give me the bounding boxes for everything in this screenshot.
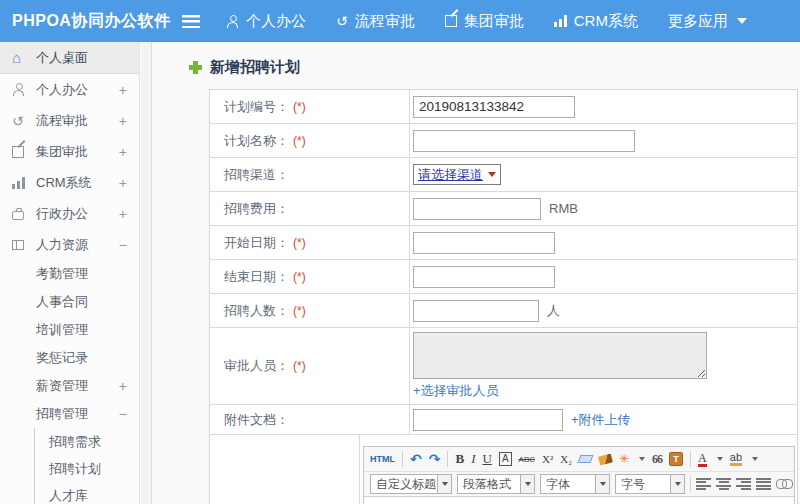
- sidebar-item-admin-office[interactable]: 行政办公 +: [0, 198, 139, 229]
- caret-down-icon[interactable]: [639, 457, 645, 461]
- label-text: 审批人员：: [224, 357, 289, 375]
- top-nav: 个人办公 流程审批 集团审批 CRM系统 更多应用: [226, 12, 747, 31]
- font-family-dropdown[interactable]: 字体: [540, 474, 610, 494]
- align-left-icon[interactable]: [696, 478, 711, 490]
- nav-workflow-approval[interactable]: 流程审批: [336, 12, 415, 31]
- plan-name-input[interactable]: [413, 130, 635, 152]
- sidebar-item-desktop[interactable]: 个人桌面: [0, 42, 139, 74]
- subitem-label: 招聘管理: [36, 405, 119, 423]
- headcount-unit: 人: [547, 302, 560, 320]
- blockquote-icon[interactable]: 66: [652, 452, 662, 467]
- select-approver-link[interactable]: +选择审批人员: [413, 382, 499, 400]
- start-date-input[interactable]: [413, 232, 555, 254]
- expand-toggle[interactable]: +: [119, 206, 127, 222]
- caret-down-icon[interactable]: [717, 457, 723, 461]
- underline-button[interactable]: U: [482, 451, 491, 467]
- sidebar-scrollbar[interactable]: [141, 42, 152, 504]
- sidebar-subitem-rewards[interactable]: 奖惩记录: [0, 344, 139, 372]
- dropdown-value: 段落格式: [458, 475, 520, 493]
- page-title-text: 新增招聘计划: [210, 58, 300, 77]
- field-label: 附件文档：: [210, 405, 410, 434]
- sidebar-subitem-attendance[interactable]: 考勤管理: [0, 260, 139, 288]
- toolbar-separator: [402, 451, 403, 467]
- subitem-label: 培训管理: [36, 321, 127, 339]
- align-right-icon[interactable]: [736, 478, 751, 490]
- expand-toggle[interactable]: +: [119, 144, 127, 160]
- sidebar-subsubitem-talent-pool[interactable]: 人才库: [35, 482, 139, 504]
- required-marker: (*): [293, 270, 306, 284]
- sidebar-item-crm[interactable]: CRM系统 +: [0, 167, 139, 198]
- italic-button[interactable]: I: [471, 451, 475, 467]
- bold-button[interactable]: B: [455, 451, 464, 467]
- expand-toggle[interactable]: +: [119, 378, 127, 394]
- subitem-label: 招聘需求: [49, 433, 101, 451]
- label-text: 招聘渠道：: [224, 166, 289, 184]
- sidebar-item-hr[interactable]: 人力资源 −: [0, 229, 139, 260]
- nav-crm-system[interactable]: CRM系统: [554, 12, 638, 31]
- sidebar-subsubitem-recruit-plan[interactable]: 招聘计划: [35, 455, 139, 482]
- label-text: 招聘费用：: [224, 200, 289, 218]
- headcount-input[interactable]: [413, 300, 539, 322]
- nav-label: CRM系统: [574, 12, 638, 31]
- sidebar-subitem-salary[interactable]: 薪资管理 +: [0, 372, 139, 400]
- nav-more-apps[interactable]: 更多应用: [668, 12, 747, 31]
- field-label: 招聘人数： (*): [210, 294, 410, 327]
- sidebar-subitem-contracts[interactable]: 人事合同: [0, 288, 139, 316]
- toolbar-separator: [447, 451, 448, 467]
- briefcase-icon: [12, 211, 24, 220]
- format-magic-icon[interactable]: ✳: [619, 452, 629, 466]
- fee-input[interactable]: [413, 198, 541, 220]
- expand-toggle[interactable]: +: [119, 175, 127, 191]
- sidebar-item-group-approval[interactable]: 集团审批 +: [0, 136, 139, 167]
- undo-icon[interactable]: ↶: [410, 451, 422, 467]
- paragraph-format-dropdown[interactable]: 段落格式: [457, 474, 535, 494]
- html-source-button[interactable]: HTML: [370, 454, 395, 464]
- strikethrough-button[interactable]: ABC: [519, 455, 535, 464]
- sidebar-item-workflow-approval[interactable]: 流程审批 +: [0, 105, 139, 136]
- collapse-toggle[interactable]: −: [119, 406, 127, 422]
- required-marker: (*): [293, 304, 306, 318]
- field-label: 计划名称： (*): [210, 124, 410, 157]
- highlight-color-button[interactable]: ab: [730, 452, 742, 466]
- link-icon[interactable]: [776, 479, 792, 489]
- approver-textarea[interactable]: [413, 332, 707, 379]
- font-size-dropdown[interactable]: 字号: [615, 474, 685, 494]
- hamburger-menu-icon[interactable]: [182, 15, 200, 28]
- sidebar-subitem-training[interactable]: 培训管理: [0, 316, 139, 344]
- format-brush-icon[interactable]: [598, 453, 613, 465]
- edit-icon: [445, 15, 457, 27]
- autotypeset-button[interactable]: A: [499, 452, 512, 466]
- subitem-label: 考勤管理: [36, 265, 127, 283]
- paste-text-icon[interactable]: T: [669, 452, 683, 466]
- sidebar-item-label: 流程审批: [36, 112, 119, 130]
- caret-down-icon: [520, 475, 534, 493]
- end-date-input[interactable]: [413, 266, 555, 288]
- nav-personal-office[interactable]: 个人办公: [226, 12, 306, 31]
- plan-no-input[interactable]: [413, 96, 575, 118]
- attachment-input[interactable]: [413, 409, 563, 431]
- label-text: 计划名称：: [224, 132, 289, 150]
- caret-down-icon[interactable]: [752, 457, 758, 461]
- redo-icon[interactable]: ↷: [429, 451, 441, 467]
- superscript-button[interactable]: X²: [542, 453, 553, 465]
- align-center-icon[interactable]: [716, 478, 731, 490]
- expand-toggle[interactable]: +: [119, 82, 127, 98]
- expand-toggle[interactable]: +: [119, 113, 127, 129]
- heading-style-dropdown[interactable]: 自定义标题: [370, 474, 452, 494]
- nav-group-approval[interactable]: 集团审批: [445, 12, 524, 31]
- subscript-button[interactable]: X₂: [560, 453, 572, 465]
- sidebar-subitem-recruitment[interactable]: 招聘管理 −: [0, 400, 139, 428]
- channel-select[interactable]: 请选择渠道: [413, 164, 501, 185]
- eraser-icon[interactable]: [578, 455, 594, 463]
- editor-content-area[interactable]: [364, 497, 794, 504]
- attachment-upload-link[interactable]: +附件上传: [571, 411, 631, 429]
- sidebar-subsubitem-recruit-demand[interactable]: 招聘需求: [35, 428, 139, 455]
- nav-label: 更多应用: [668, 12, 728, 31]
- collapse-toggle[interactable]: −: [119, 237, 127, 253]
- align-justify-icon[interactable]: [756, 478, 771, 490]
- required-marker: (*): [293, 100, 306, 114]
- font-color-button[interactable]: A: [698, 452, 707, 467]
- nav-label: 集团审批: [464, 12, 524, 31]
- sidebar-item-personal-office[interactable]: 个人办公 +: [0, 74, 139, 105]
- caret-down-icon: [437, 475, 451, 493]
